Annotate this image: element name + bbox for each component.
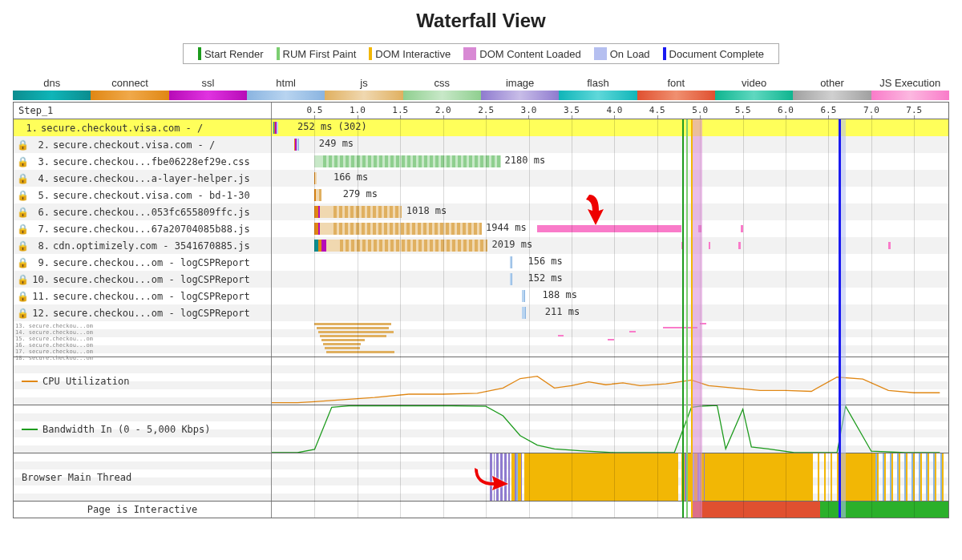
timing-segment	[333, 206, 402, 218]
row-url: secure.checkou...a-layer-helper.js	[53, 173, 250, 184]
waterfall-chart[interactable]: Step_1 0.51.01.52.02.53.03.54.04.55.05.5…	[13, 102, 949, 518]
legend-swatch	[463, 47, 476, 60]
ruler-tick: 1.5	[392, 103, 408, 115]
duration-label: 1018 ms	[406, 205, 447, 216]
waterfall-row[interactable]: 🔒3. secure.checkou...fbe06228ef29e.css21…	[14, 153, 948, 170]
ruler-tick: 7.5	[906, 103, 922, 115]
page-title: Waterfall View	[13, 10, 949, 32]
legend-label: On Load	[610, 48, 650, 60]
ruler-tick: 2.5	[478, 103, 494, 115]
legend-label: RUM First Paint	[283, 48, 357, 60]
legend-item: DOM Content Loaded	[457, 47, 587, 60]
row-number: 1.	[20, 123, 38, 134]
timing-segment	[333, 223, 482, 235]
main-thread-block	[490, 453, 494, 501]
timing-segment	[317, 172, 317, 184]
waterfall-row[interactable]: 🔒12. secure.checkou...om - logCSPReport2…	[14, 304, 948, 321]
main-thread-block	[524, 453, 678, 501]
lock-icon: 🔒	[17, 173, 29, 184]
timing-segment	[524, 290, 525, 302]
waterfall-row[interactable]: 🔒5. secure.checkout.visa.com - bd-1-3027…	[14, 187, 948, 203]
legend-swatch	[594, 47, 607, 60]
waterfall-row[interactable]: 🔒4. secure.checkou...a-layer-helper.js16…	[14, 170, 948, 187]
timing-segment	[326, 240, 340, 252]
timing-segment	[511, 256, 512, 268]
waterfall-row[interactable]: 🔒7. secure.checkou...67a20704085b88.js19…	[14, 220, 948, 237]
row-number: 6.	[32, 207, 50, 218]
waterfall-row[interactable]: 🔒11. secure.checkou...om - logCSPReport1…	[14, 288, 948, 304]
row-url: secure.checkou...om - logCSPReport	[53, 274, 250, 285]
waterfall-row[interactable]: 🔒6. secure.checkou...053fc655809ffc.js10…	[14, 203, 948, 220]
row-number: 2.	[32, 139, 50, 151]
event-legend: Start RenderRUM First PaintDOM Interacti…	[183, 43, 779, 64]
duration-label: 2019 ms	[492, 239, 533, 250]
waterfall-row[interactable]: 🔒10. secure.checkou...om - logCSPReport1…	[14, 271, 948, 288]
lock-icon: 🔒	[17, 257, 29, 268]
main-thread-block	[837, 453, 875, 501]
row-url: secure.checkout.visa.com - /	[53, 139, 215, 151]
waterfall-row[interactable]: 🔒9. secure.checkou...om - logCSPReport15…	[14, 254, 948, 271]
duration-label: 156 ms	[527, 256, 562, 267]
waterfall-row[interactable]: 1. secure.checkout.visa.com - /252 ms (3…	[14, 119, 948, 136]
lock-icon: 🔒	[17, 139, 29, 151]
row-number: 10.	[32, 274, 50, 285]
row-number: 8.	[32, 240, 50, 252]
ruler-tick: 3.5	[564, 103, 580, 115]
row-number: 4.	[32, 173, 50, 184]
lock-icon: 🔒	[17, 207, 29, 218]
mime-item: other	[793, 77, 871, 100]
mime-item: css	[403, 77, 481, 100]
legend-swatch	[277, 47, 280, 60]
row-url: secure.checkout.visa.com - /	[41, 123, 203, 134]
lock-icon: 🔒	[17, 240, 29, 252]
legend-label: Start Render	[204, 48, 264, 60]
row-number: 3.	[32, 156, 50, 167]
duration-label: 211 ms	[545, 306, 580, 317]
mime-item: dns	[13, 77, 91, 100]
main-thread-block	[811, 453, 837, 501]
cpu-utilization-section: CPU Utilization	[14, 357, 948, 405]
timing-segment	[298, 139, 299, 151]
legend-label: DOM Content Loaded	[479, 48, 580, 60]
row-url: secure.checkou...om - logCSPReport	[53, 257, 250, 268]
ruler-tick: 0.5	[306, 103, 322, 115]
interactive-segment	[272, 502, 691, 518]
interactive-segment	[820, 502, 948, 518]
row-number: 11.	[32, 291, 50, 302]
row-url: secure.checkout.visa.com - bd-1-30	[53, 190, 250, 201]
page-interactive-section: Page is Interactive	[14, 501, 948, 518]
row-url: secure.checkou...om - logCSPReport	[53, 291, 250, 302]
legend-label: Document Complete	[669, 48, 765, 60]
main-thread-label: Browser Main Thread	[22, 472, 131, 483]
ruler-tick: 4.0	[606, 103, 622, 115]
bandwidth-section: Bandwidth In (0 - 5,000 Kbps)	[14, 405, 948, 453]
ruler-tick: 4.5	[649, 103, 665, 115]
ruler-tick: 6.5	[820, 103, 836, 115]
main-thread-block	[511, 453, 522, 501]
main-thread-block	[705, 453, 812, 501]
waterfall-row[interactable]: 🔒2. secure.checkout.visa.com - /249 ms	[14, 136, 948, 153]
mime-item: font	[637, 77, 715, 100]
lock-icon: 🔒	[17, 156, 29, 167]
waterfall-row[interactable]: 🔒8. cdn.optimizely.com - 3541670885.js20…	[14, 237, 948, 254]
js-execution-bar	[537, 225, 681, 232]
lock-icon: 🔒	[17, 291, 29, 302]
cpu-label: CPU Utilization	[42, 376, 129, 387]
collapsed-rows[interactable]: 13. secure.checkou...om 14. secure.check…	[14, 321, 948, 357]
legend-item: Document Complete	[657, 47, 771, 60]
legend-swatch	[369, 47, 372, 60]
row-number: 12.	[32, 308, 50, 319]
mime-item: ssl	[169, 77, 247, 100]
timing-segment	[314, 155, 323, 167]
main-thread-block	[496, 453, 510, 501]
duration-label: 1944 ms	[486, 222, 527, 233]
lock-icon: 🔒	[17, 190, 29, 201]
ruler-tick: 1.0	[350, 103, 366, 115]
ruler-tick: 5.0	[692, 103, 708, 115]
row-number: 7.	[32, 224, 50, 235]
mime-legend: dnsconnectsslhtmljscssimageflashfontvide…	[13, 77, 949, 100]
legend-item: On Load	[588, 47, 657, 60]
ruler-tick: 3.0	[521, 103, 537, 115]
duration-label: 188 ms	[543, 289, 577, 300]
main-thread-block	[681, 453, 705, 501]
